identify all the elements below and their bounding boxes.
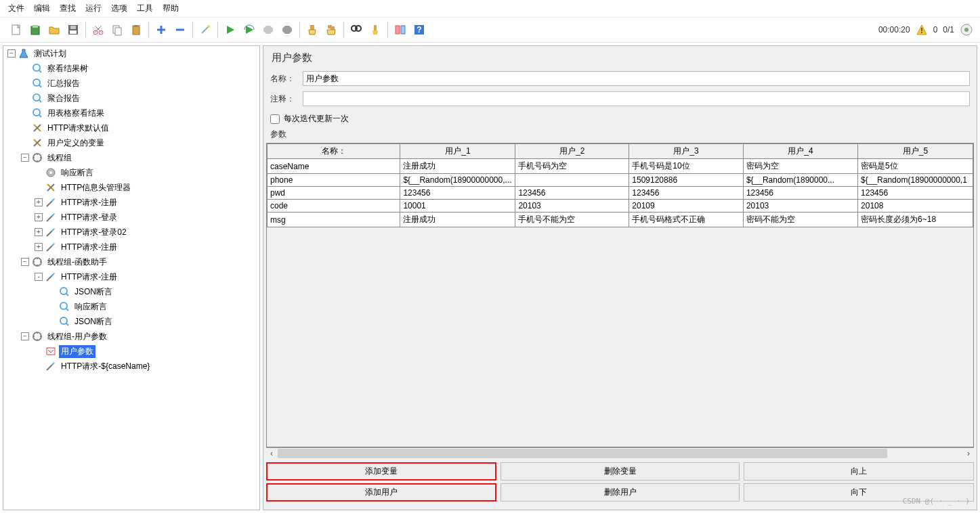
cell-user-1[interactable]: 10001 — [400, 200, 515, 213]
add-user-button[interactable]: 添加用户 — [266, 483, 496, 501]
tree-item[interactable]: JSON断言 — [48, 284, 259, 299]
col-name[interactable]: 名称： — [268, 144, 400, 159]
tree-item[interactable]: 响应断言 — [35, 165, 259, 180]
cell-user-4[interactable]: 20103 — [743, 200, 857, 213]
open-button[interactable] — [45, 20, 64, 39]
table-row[interactable]: phone${__Random(18900000000,...150912088… — [268, 174, 973, 187]
cell-name[interactable]: phone — [268, 174, 400, 187]
scroll-left-icon[interactable]: ‹ — [266, 449, 277, 458]
cell-user-5[interactable]: 密码是5位 — [858, 159, 973, 174]
move-up-button[interactable]: 向上 — [744, 462, 974, 481]
cell-user-1[interactable]: ${__Random(18900000000,... — [400, 174, 515, 187]
tree-toggle-icon[interactable]: + — [35, 243, 43, 251]
stop-button[interactable] — [259, 20, 278, 39]
cell-user-1[interactable]: 注册成功 — [400, 159, 515, 174]
scroll-right-icon[interactable]: › — [963, 449, 974, 458]
menu-item-0[interactable]: 文件 — [8, 3, 24, 14]
col-user-2[interactable]: 用户_2 — [515, 144, 629, 159]
cell-user-5[interactable]: ${__Random(18900000000,1 — [858, 174, 973, 187]
cell-user-4[interactable]: 密码为空 — [743, 159, 857, 174]
table-row[interactable]: caseName注册成功手机号码为空手机号码是10位密码为空密码是5位 — [268, 159, 973, 174]
tree-item[interactable]: +HTTP请求-登录 — [35, 210, 259, 225]
tree-toggle-icon[interactable]: - — [35, 273, 43, 281]
tree-toggle-icon[interactable]: + — [35, 213, 43, 221]
tree-item[interactable]: +HTTP请求-注册 — [35, 240, 259, 254]
cell-user-2[interactable]: 手机号不能为空 — [515, 213, 629, 227]
cell-user-3[interactable]: 手机号码是10位 — [629, 159, 744, 174]
tree-item[interactable]: HTTP请求-${caseName} — [35, 359, 259, 374]
new-button[interactable] — [7, 20, 26, 39]
horizontal-scrollbar[interactable]: ‹ › — [266, 447, 974, 458]
cell-user-5[interactable]: 20108 — [858, 200, 973, 213]
cell-user-2[interactable] — [515, 174, 629, 187]
wand-button[interactable] — [196, 20, 215, 39]
tree-toggle-icon[interactable]: − — [21, 258, 29, 266]
cell-user-3[interactable]: 1509120886 — [629, 174, 744, 187]
cell-user-5[interactable]: 123456 — [858, 187, 973, 200]
cell-name[interactable]: code — [268, 200, 400, 213]
menu-item-4[interactable]: 选项 — [111, 3, 127, 14]
col-user-5[interactable]: 用户_5 — [858, 144, 973, 159]
col-user-3[interactable]: 用户_3 — [629, 144, 744, 159]
clear-button[interactable] — [303, 20, 322, 39]
copy-button[interactable] — [108, 20, 127, 39]
tree-item[interactable]: HTTP信息头管理器 — [35, 180, 259, 195]
tree-toggle-icon[interactable]: − — [21, 332, 29, 340]
tree-toggle-icon[interactable]: − — [21, 154, 29, 162]
menu-item-2[interactable]: 查找 — [60, 3, 76, 14]
menu-item-3[interactable]: 运行 — [85, 3, 102, 14]
tree-item[interactable]: 察看结果树 — [21, 61, 259, 76]
cell-user-3[interactable]: 手机号码格式不正确 — [629, 213, 744, 227]
tree-toggle-icon[interactable]: + — [35, 228, 43, 236]
save-button[interactable] — [64, 20, 83, 39]
add-button[interactable] — [152, 20, 171, 39]
tree-item[interactable]: 聚合报告 — [21, 91, 259, 106]
cell-user-3[interactable]: 123456 — [629, 187, 744, 200]
cell-user-2[interactable]: 123456 — [515, 187, 629, 200]
help-button[interactable]: ? — [410, 20, 429, 39]
col-user-4[interactable]: 用户_4 — [743, 144, 857, 159]
remove-button[interactable] — [171, 20, 190, 39]
name-input[interactable] — [303, 71, 970, 86]
menu-item-5[interactable]: 工具 — [137, 3, 153, 14]
templates-button[interactable] — [26, 20, 45, 39]
cell-user-4[interactable]: ${__Random(1890000... — [743, 174, 857, 187]
run-button[interactable] — [221, 20, 240, 39]
tree-item[interactable]: 用户参数 — [35, 344, 259, 359]
cell-name[interactable]: msg — [268, 213, 400, 227]
cell-user-4[interactable]: 密码不能为空 — [743, 213, 857, 227]
cell-user-2[interactable]: 手机号码为空 — [515, 159, 629, 174]
tree-item[interactable]: −线程组 — [21, 150, 259, 165]
params-table[interactable]: 名称：用户_1用户_2用户_3用户_4用户_5 caseName注册成功手机号码… — [267, 143, 973, 227]
toggle-button[interactable] — [391, 20, 410, 39]
cell-user-5[interactable]: 密码长度必须为6~18 — [858, 213, 973, 227]
menu-item-1[interactable]: 编辑 — [34, 3, 50, 14]
run-loop-button[interactable] — [240, 20, 259, 39]
col-user-1[interactable]: 用户_1 — [400, 144, 515, 159]
brush-button[interactable] — [366, 20, 385, 39]
menu-item-6[interactable]: 帮助 — [163, 3, 179, 14]
tree-root[interactable]: − 测试计划 — [7, 46, 259, 61]
find-button[interactable] — [347, 20, 366, 39]
tree-item[interactable]: 用表格察看结果 — [21, 106, 259, 120]
cut-button[interactable] — [89, 20, 108, 39]
delete-variable-button[interactable]: 删除变量 — [500, 462, 740, 481]
stop-hard-button[interactable] — [278, 20, 297, 39]
comment-input[interactable] — [303, 91, 970, 106]
cell-user-2[interactable]: 20103 — [515, 200, 629, 213]
table-row[interactable]: msg注册成功手机号不能为空手机号码格式不正确密码不能为空密码长度必须为6~18 — [268, 213, 973, 227]
cell-user-1[interactable]: 123456 — [400, 187, 515, 200]
tree-item[interactable]: HTTP请求默认值 — [21, 120, 259, 135]
cell-user-3[interactable]: 20109 — [629, 200, 744, 213]
table-row[interactable]: pwd123456123456123456123456123456 — [268, 187, 973, 200]
tree-item[interactable]: -HTTP请求-注册 — [35, 269, 259, 284]
clear-all-button[interactable] — [322, 20, 341, 39]
tree-item[interactable]: −线程组-函数助手 — [21, 254, 259, 269]
tree-item[interactable]: 响应断言 — [48, 299, 259, 314]
cell-user-4[interactable]: 123456 — [743, 187, 857, 200]
cell-name[interactable]: pwd — [268, 187, 400, 200]
tree-item[interactable]: +HTTP请求-登录02 — [35, 225, 259, 240]
tree-item[interactable]: −线程组-用户参数 — [21, 329, 259, 344]
tree-item[interactable]: 用户定义的变量 — [21, 135, 259, 150]
cell-user-1[interactable]: 注册成功 — [400, 213, 515, 227]
